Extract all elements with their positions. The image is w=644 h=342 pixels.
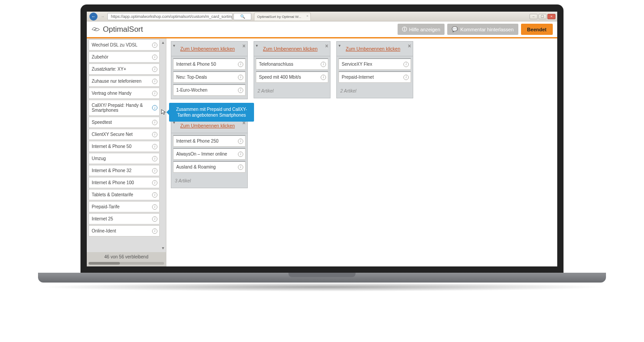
info-icon[interactable]: i bbox=[152, 192, 157, 198]
sidebar-card[interactable]: Speedtesti bbox=[89, 117, 160, 128]
group-rename-link[interactable]: Zum Umbenennen klicken bbox=[180, 123, 235, 128]
sidebar-card[interactable]: Internet & Phone 32i bbox=[89, 165, 160, 176]
sorted-card[interactable]: ServiceXY Flexi bbox=[339, 58, 411, 70]
group-body: TelefonanschlussiSpeed mit 400 Mbit/si bbox=[254, 56, 330, 86]
sidebar-card-label: Online-Ident bbox=[92, 228, 116, 233]
sorting-canvas[interactable]: ▾Zum Umbenennen klicken×Internet & Phone… bbox=[166, 38, 557, 266]
group-rename-link[interactable]: Zum Umbenennen klicken bbox=[263, 46, 318, 51]
info-icon[interactable]: i bbox=[238, 165, 243, 170]
comment-button[interactable]: 💬 Kommentar hinterlassen bbox=[447, 24, 518, 35]
sorted-card[interactable]: Speed mit 400 Mbit/si bbox=[256, 71, 328, 83]
browser-forward-button[interactable]: → bbox=[99, 13, 106, 20]
card-group[interactable]: ▾Zum Umbenennen klicken×Internet & Phone… bbox=[171, 118, 248, 188]
sidebar-card[interactable]: Umzugi bbox=[89, 153, 160, 164]
close-icon[interactable]: × bbox=[242, 43, 246, 49]
info-icon[interactable]: i bbox=[152, 132, 157, 137]
window-minimize-button[interactable]: – bbox=[530, 14, 538, 19]
window-close-button[interactable]: × bbox=[547, 14, 555, 19]
info-icon[interactable]: i bbox=[152, 180, 157, 186]
card-group[interactable]: ▾Zum Umbenennen klicken×ServiceXY FlexiP… bbox=[336, 41, 413, 98]
help-button[interactable]: ⓘ Hilfe anzeigen bbox=[398, 24, 445, 35]
info-icon[interactable]: i bbox=[152, 168, 157, 173]
close-icon[interactable]: × bbox=[408, 43, 411, 49]
chevron-down-icon[interactable]: ▾ bbox=[339, 43, 341, 48]
browser-tab[interactable]: OptimalSort by Optimal W... × bbox=[254, 13, 311, 21]
info-icon[interactable]: i bbox=[152, 67, 157, 72]
sidebar-card[interactable]: Zubehöri bbox=[89, 51, 160, 63]
info-icon[interactable]: i bbox=[403, 62, 409, 67]
card-label: ServiceXY Flex bbox=[342, 62, 372, 67]
info-icon[interactable]: i bbox=[152, 228, 157, 234]
url-refresh-button[interactable]: 🔍 bbox=[233, 13, 251, 20]
group-body: ServiceXY FlexiPrepaid-Interneti bbox=[337, 56, 413, 86]
sidebar-card[interactable]: Zusatzkarte: XY+i bbox=[89, 63, 160, 75]
sidebar-card[interactable]: ClientXY Secure Neti bbox=[89, 129, 160, 140]
sidebar-card[interactable]: Prepaid-Tarifei bbox=[89, 201, 160, 212]
info-icon[interactable]: i bbox=[321, 62, 326, 67]
info-icon[interactable]: i bbox=[238, 152, 243, 157]
info-icon[interactable]: i bbox=[321, 75, 326, 80]
url-bar[interactable]: https://app.optimalworkshop.com/optimals… bbox=[107, 13, 233, 20]
sidebar-scrollbar-track[interactable] bbox=[89, 262, 164, 265]
sorted-card[interactable]: Prepaid-Interneti bbox=[339, 71, 411, 83]
sorted-card[interactable]: 1-Euro-Wocheni bbox=[173, 84, 246, 96]
sidebar-card[interactable]: Zuhause nur telefoniereni bbox=[89, 76, 160, 87]
tooltip-text: Zusammen mit Prepaid und CallXY-Tarifen … bbox=[176, 107, 247, 118]
sidebar-card[interactable]: Internet & Phone 100i bbox=[89, 177, 160, 188]
sidebar-card[interactable]: Wechsel DSL zu VDSLi bbox=[89, 39, 160, 51]
sidebar-scroll[interactable]: Wechsel DSL zu VDSLiZubehöriZusatzkarte:… bbox=[87, 38, 166, 252]
sidebar-card[interactable]: Online-Identi bbox=[89, 225, 160, 236]
done-button[interactable]: Beendet bbox=[521, 24, 553, 35]
info-icon[interactable]: i bbox=[238, 75, 243, 80]
sidebar-card[interactable]: CallXY/ Prepaid: Handy & Smartphonesi bbox=[89, 100, 160, 116]
info-icon[interactable]: i bbox=[152, 144, 157, 149]
group-rename-link[interactable]: Zum Umbenennen klicken bbox=[180, 46, 235, 51]
chevron-down-icon[interactable]: ▾ bbox=[256, 43, 258, 48]
info-icon[interactable]: i bbox=[403, 75, 409, 80]
info-icon[interactable]: i bbox=[152, 91, 157, 96]
browser-back-button[interactable]: ← bbox=[89, 13, 97, 21]
close-icon[interactable]: × bbox=[325, 43, 328, 49]
sidebar-card[interactable]: Internet & Phone 50i bbox=[89, 141, 160, 152]
info-icon[interactable]: i bbox=[152, 55, 157, 60]
close-icon[interactable]: × bbox=[306, 14, 309, 18]
sidebar-card-label: Wechsel DSL zu VDSL bbox=[92, 42, 137, 47]
laptop-frame: ← → https://app.optimalworkshop.com/opti… bbox=[80, 4, 564, 291]
info-icon[interactable]: i bbox=[152, 105, 157, 110]
sorted-card[interactable]: Neu: Top-Dealsi bbox=[173, 71, 246, 83]
laptop-base bbox=[38, 273, 606, 283]
sorted-card[interactable]: Ausland & Roamingi bbox=[173, 161, 246, 173]
window-maximize-button[interactable]: ▢ bbox=[538, 14, 547, 19]
browser-chrome: ← → https://app.optimalworkshop.com/opti… bbox=[87, 12, 557, 21]
info-icon[interactable]: i bbox=[152, 120, 157, 125]
info-icon[interactable]: i bbox=[152, 156, 157, 161]
sidebar-card[interactable]: Internet 25i bbox=[89, 213, 160, 224]
info-icon[interactable]: i bbox=[152, 204, 157, 210]
card-label: Neu: Top-Deals bbox=[176, 75, 207, 80]
sidebar-card-label: Internet & Phone 32 bbox=[92, 168, 131, 173]
scroll-up-button[interactable]: ▴ bbox=[160, 39, 166, 45]
info-icon[interactable]: i bbox=[238, 139, 243, 144]
card-group[interactable]: ▾Zum Umbenennen klicken×Internet & Phone… bbox=[171, 41, 248, 99]
card-group[interactable]: ▾Zum Umbenennen klicken×Telefonanschluss… bbox=[254, 41, 330, 98]
info-icon[interactable]: i bbox=[152, 216, 157, 222]
sorted-card[interactable]: Internet & Phone 50i bbox=[173, 58, 246, 70]
sorted-card[interactable]: Telefonanschlussi bbox=[256, 58, 328, 70]
info-icon[interactable]: i bbox=[238, 62, 243, 67]
sidebar-card[interactable]: Tablets & Datentarifei bbox=[89, 189, 160, 200]
group-header: ▾Zum Umbenennen klicken× bbox=[171, 42, 247, 56]
group-rename-link[interactable]: Zum Umbenennen klicken bbox=[346, 46, 400, 51]
sidebar-card[interactable]: Vertrag ohne Handyi bbox=[89, 88, 160, 99]
laptop-screen: ← → https://app.optimalworkshop.com/opti… bbox=[80, 4, 564, 273]
chevron-down-icon[interactable]: ▾ bbox=[173, 43, 175, 48]
card-label: 1-Euro-Wochen bbox=[176, 88, 208, 93]
scroll-down-button[interactable]: ▾ bbox=[160, 245, 166, 250]
info-icon[interactable]: i bbox=[152, 79, 157, 84]
info-icon[interactable]: i bbox=[238, 88, 243, 93]
sidebar-scrollbar-thumb[interactable] bbox=[89, 262, 120, 265]
info-icon[interactable]: i bbox=[152, 42, 157, 48]
info-tooltip: Zusammen mit Prepaid und CallXY-Tarifen … bbox=[169, 103, 254, 122]
sorted-card[interactable]: Internet & Phone 250i bbox=[173, 135, 246, 147]
sorted-card[interactable]: AlwaysOn – Immer onlinei bbox=[173, 148, 246, 160]
sidebar-card-label: Tablets & Datentarife bbox=[92, 192, 133, 197]
